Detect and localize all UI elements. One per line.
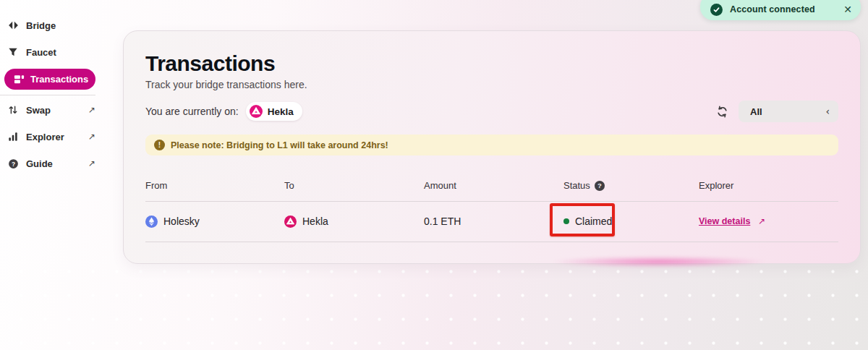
cell-from: Holesky [145,215,284,228]
cell-explorer: View details ↗ [699,216,838,226]
notice-text: Please note: Bridging to L1 will take ar… [171,140,388,150]
table-header-row: From To Amount Status ? Explorer [145,170,838,201]
column-header-status: Status ? [563,180,699,191]
column-header-to: To [284,180,424,191]
sidebar-item-label: Swap [26,105,51,116]
table-controls: All ‹ [715,101,838,122]
refresh-icon[interactable] [715,105,728,118]
sidebar-item-transactions[interactable]: Transactions [4,69,95,90]
table-divider [145,242,838,242]
filter-selected-value: All [750,106,762,117]
cell-to: Hekla [284,215,424,228]
sidebar-item-faucet[interactable]: Faucet [7,44,95,60]
taiko-icon [284,215,297,228]
bridge-icon [7,20,19,31]
filter-dropdown[interactable]: All ‹ [739,101,838,122]
sidebar-item-label: Guide [26,158,53,169]
sidebar-item-swap[interactable]: Swap ↗ [7,102,95,118]
swap-icon [7,104,19,116]
sidebar-item-label: Explorer [26,132,64,142]
sidebar: Bridge Faucet Transactions Swap ↗ [0,0,109,350]
sidebar-item-explorer[interactable]: Explorer ↗ [7,129,95,145]
network-badge-label: Hekla [268,106,294,117]
toast-account-connected: Account connected ✕ [700,0,861,20]
status-dot-icon [563,218,569,224]
check-circle-icon [710,4,723,16]
amount-value: 0.1 ETH [424,215,461,227]
toast-label: Account connected [730,4,815,14]
view-details-link[interactable]: View details [699,216,750,226]
taiko-icon [250,105,263,118]
status-help-icon[interactable]: ? [595,181,605,191]
network-label: You are currently on: [145,106,239,117]
sidebar-item-label: Faucet [26,47,56,58]
sidebar-item-label: Bridge [26,20,56,31]
sidebar-item-bridge[interactable]: Bridge [7,17,95,33]
ethereum-icon [145,215,158,228]
status-label: Claimed [575,215,612,227]
from-chain-label: Holesky [163,215,200,227]
background-dot-grid [0,266,868,350]
question-circle-icon: ? [7,158,19,169]
svg-text:?: ? [11,160,14,167]
cell-amount: 0.1 ETH [424,215,563,227]
external-link-icon: ↗ [758,216,765,226]
external-link-icon: ↗ [88,158,95,168]
cell-status: Claimed [563,215,699,227]
column-header-explorer: Explorer [699,180,838,191]
external-link-icon: ↗ [88,105,95,115]
sidebar-item-guide[interactable]: ? Guide ↗ [7,155,95,171]
card-pink-glow [550,256,767,268]
page-title: Transactions [145,51,275,76]
transactions-icon [13,74,25,85]
page-subtitle: Track your bridge transactions here. [145,79,307,90]
table-row: Holesky Hekla 0.1 ETH Claimed View detai… [145,201,838,242]
bar-chart-icon [7,131,19,142]
transactions-card: Transactions Track your bridge transacti… [123,30,861,264]
sidebar-item-label: Transactions [30,74,88,85]
faucet-filter-icon [7,46,19,58]
column-header-amount: Amount [424,180,563,191]
warning-icon: ! [154,140,165,150]
column-header-from: From [145,180,284,191]
sidebar-divider [0,95,95,95]
notice-banner: ! Please note: Bridging to L1 will take … [145,135,838,155]
to-chain-label: Hekla [302,215,328,227]
network-row: You are currently on: Hekla All ‹ [145,101,838,122]
external-link-icon: ↗ [88,132,95,142]
network-badge: Hekla [246,102,302,121]
close-icon[interactable]: ✕ [843,4,852,15]
chevron-left-icon: ‹ [825,106,830,117]
